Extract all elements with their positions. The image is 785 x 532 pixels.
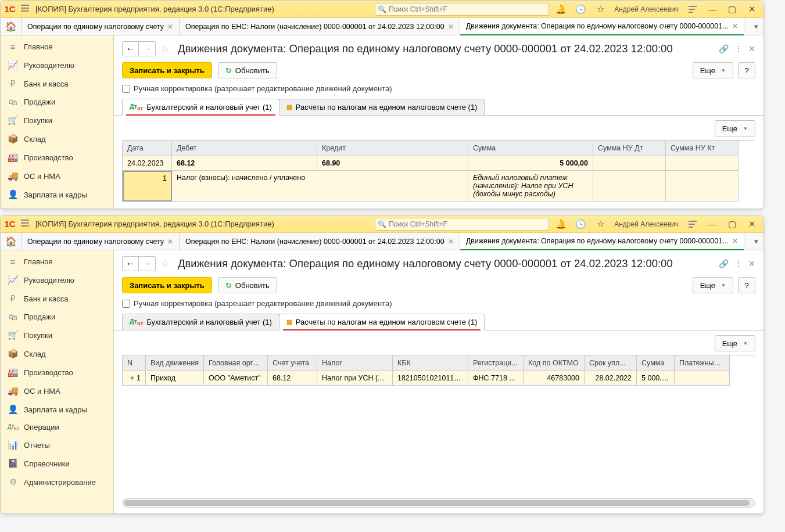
cell-paydoc[interactable]: [675, 371, 730, 386]
bell-icon[interactable]: 🔔: [553, 3, 569, 16]
nav-main[interactable]: ≡Главное: [1, 38, 113, 56]
maximize-icon[interactable]: ▢: [724, 218, 740, 231]
tab-document-movements[interactable]: Движения документа: Операция по единому …: [460, 233, 744, 250]
settings-menu-icon[interactable]: [684, 218, 701, 231]
cell-empty[interactable]: [593, 171, 666, 202]
nav-prod[interactable]: 🏭Производство: [1, 148, 113, 167]
nav-salary[interactable]: 👤Зарплата и кадры: [1, 185, 113, 204]
tab-close-icon[interactable]: ✕: [732, 22, 738, 30]
cell-due[interactable]: 28.02.2022: [585, 371, 637, 386]
favorite-star-icon[interactable]: ☆: [160, 42, 173, 55]
tab-overflow-icon[interactable]: ▾: [748, 18, 764, 35]
cell-type[interactable]: Приход: [146, 371, 204, 386]
kebab-menu-icon[interactable]: ⋮: [734, 44, 743, 53]
close-icon[interactable]: ✕: [744, 218, 760, 231]
favorite-star-icon[interactable]: ☆: [160, 257, 173, 270]
scrollbar-thumb[interactable]: [124, 500, 750, 506]
nav-admin[interactable]: ⚙Администрирование: [1, 473, 113, 491]
back-arrow-icon[interactable]: ←: [123, 257, 139, 271]
global-search[interactable]: 🔍: [375, 218, 549, 231]
tab-ens-operation[interactable]: Операция по ЕНС: Налоги (начисление) 000…: [180, 18, 460, 35]
cell-credit[interactable]: 68.90: [317, 156, 468, 171]
nav-stock[interactable]: 📦Склад: [1, 344, 113, 363]
more-button[interactable]: Еще: [693, 62, 733, 78]
cell-reg[interactable]: ФНС 7718 ...: [468, 371, 524, 386]
star-icon[interactable]: ☆: [592, 3, 608, 16]
nav-dirs[interactable]: 📓Справочники: [1, 454, 113, 473]
more-button[interactable]: Еще: [693, 277, 733, 293]
nav-bank[interactable]: ₽Банк и касса: [1, 289, 113, 308]
nav-bank[interactable]: ₽Банк и касса: [1, 74, 113, 93]
minimize-icon[interactable]: —: [704, 3, 721, 16]
cell-debit-desc[interactable]: Налог (взносы): начислено / уплачено: [172, 171, 468, 202]
grid-more-button[interactable]: Еще: [715, 120, 755, 136]
save-close-button[interactable]: Записать и закрыть: [122, 277, 212, 293]
nav-reports[interactable]: 📊Отчеты: [1, 436, 113, 454]
maximize-icon[interactable]: ▢: [724, 3, 740, 16]
user-name[interactable]: Андрей Алексеевич: [612, 5, 681, 13]
refresh-button[interactable]: ↻Обновить: [218, 277, 277, 293]
kebab-menu-icon[interactable]: ⋮: [734, 259, 743, 268]
nav-sales[interactable]: 🛍Продажи: [1, 308, 113, 326]
nav-stock[interactable]: 📦Склад: [1, 130, 113, 148]
link-icon[interactable]: 🔗: [719, 259, 729, 268]
search-input[interactable]: [389, 220, 546, 228]
cell-date[interactable]: 24.02.2023: [123, 156, 172, 171]
home-tab-icon[interactable]: 🏠: [1, 18, 21, 35]
help-button[interactable]: ?: [738, 62, 755, 78]
home-tab-icon[interactable]: 🏠: [1, 233, 21, 250]
help-button[interactable]: ?: [738, 277, 755, 293]
cell-row-index[interactable]: 1: [123, 171, 172, 202]
cell-sum[interactable]: 5 000,00: [637, 371, 675, 386]
bell-icon[interactable]: 🔔: [553, 218, 569, 231]
main-menu-icon[interactable]: [20, 219, 32, 229]
manual-edit-checkbox[interactable]: [122, 85, 130, 93]
cell-empty[interactable]: [666, 171, 739, 202]
tab-close-icon[interactable]: ✕: [448, 23, 454, 31]
refresh-button[interactable]: ↻Обновить: [218, 62, 277, 78]
star-icon[interactable]: ☆: [592, 218, 608, 231]
tab-tax-register[interactable]: ▦Расчеты по налогам на едином налоговом …: [279, 314, 485, 330]
nav-os[interactable]: 🚚ОС и НМА: [1, 382, 113, 400]
minimize-icon[interactable]: —: [704, 218, 721, 231]
cell-sum-nu-dt[interactable]: [593, 156, 666, 171]
nav-manager[interactable]: 📈Руководителю: [1, 271, 113, 289]
nav-purch[interactable]: 🛒Покупки: [1, 326, 113, 344]
cell-sum-desc[interactable]: Единый налоговый платеж (начисление): На…: [468, 171, 593, 202]
nav-os[interactable]: 🚚ОС и НМА: [1, 167, 113, 185]
cell-acct[interactable]: 68.12: [268, 371, 317, 386]
nav-purch[interactable]: 🛒Покупки: [1, 111, 113, 130]
history-icon[interactable]: 🕓: [572, 218, 589, 231]
user-name[interactable]: Андрей Алексеевич: [612, 220, 681, 228]
settings-menu-icon[interactable]: [684, 3, 701, 16]
cell-tax[interactable]: Налог при УСН (...: [317, 371, 393, 386]
tab-overflow-icon[interactable]: ▾: [748, 233, 764, 250]
tab-close-icon[interactable]: ✕: [167, 23, 173, 31]
search-input[interactable]: [389, 5, 546, 13]
close-panel-icon[interactable]: ✕: [748, 44, 755, 53]
forward-arrow-icon[interactable]: →: [139, 42, 155, 56]
nav-ops[interactable]: ДтКтОперации: [1, 419, 113, 436]
tab-accounting[interactable]: ДтКтБухгалтерский и налоговый учет (1): [122, 99, 279, 116]
nav-prod[interactable]: 🏭Производство: [1, 363, 113, 382]
cell-oktmo[interactable]: 46783000: [524, 371, 585, 386]
nav-manager[interactable]: 📈Руководителю: [1, 56, 113, 74]
save-close-button[interactable]: Записать и закрыть: [122, 62, 212, 78]
tab-accounting[interactable]: ДтКтБухгалтерский и налоговый учет (1): [122, 314, 279, 330]
close-panel-icon[interactable]: ✕: [748, 259, 755, 268]
manual-edit-checkbox[interactable]: [122, 300, 130, 308]
tab-operations-list[interactable]: Операции по единому налоговому счету✕: [21, 233, 180, 250]
cell-debit[interactable]: 68.12: [172, 156, 317, 171]
tab-close-icon[interactable]: ✕: [167, 238, 173, 246]
tab-tax-register[interactable]: ▦Расчеты по налогам на едином налоговом …: [279, 99, 485, 115]
cell-n[interactable]: +1: [123, 371, 146, 386]
nav-sales[interactable]: 🛍Продажи: [1, 93, 113, 111]
cell-org[interactable]: ООО "Аметист": [204, 371, 268, 386]
cell-sum[interactable]: 5 000,00: [468, 156, 593, 171]
close-icon[interactable]: ✕: [744, 3, 760, 16]
tab-ens-operation[interactable]: Операция по ЕНС: Налоги (начисление) 000…: [180, 233, 460, 250]
nav-main[interactable]: ≡Главное: [1, 253, 113, 271]
horizontal-scrollbar[interactable]: [122, 498, 755, 508]
tab-document-movements[interactable]: Движения документа: Операция по единому …: [460, 18, 744, 35]
cell-kbk[interactable]: 1821050102101110...: [393, 371, 468, 386]
